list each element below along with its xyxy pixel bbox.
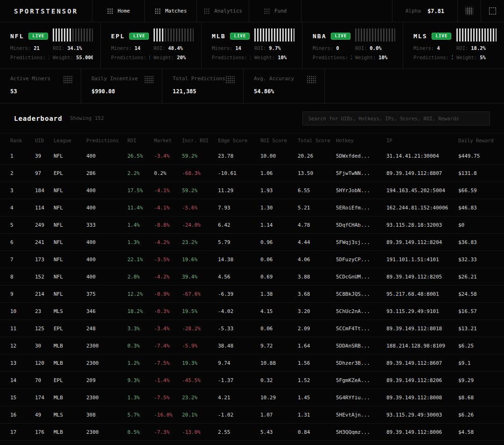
cell-daily-reward: $46.83 bbox=[458, 205, 504, 211]
roi-label: ROI: bbox=[53, 45, 64, 51]
cell-uid: 173 bbox=[35, 257, 54, 263]
cell-rank: 6 bbox=[10, 239, 35, 245]
grid-icon bbox=[465, 7, 473, 15]
cell-ip: 89.39.149.112:8018 bbox=[386, 326, 458, 332]
cell-league: MLB bbox=[54, 360, 86, 366]
table-row[interactable]: 7173NFL40022.1%-3.5%19.6%14.380.064.065D… bbox=[0, 251, 504, 268]
table-row[interactable]: 13120MLB23001.2%-7.5%19.3%9.7410.881.565… bbox=[0, 355, 504, 372]
cell-total-score: 0.84 bbox=[298, 429, 336, 435]
live-badge: LIVE bbox=[28, 33, 48, 40]
cell-market: -3.5% bbox=[154, 257, 182, 263]
weight-meter bbox=[355, 28, 395, 42]
roi-value: 18.2% bbox=[471, 45, 486, 51]
cell-uid: 184 bbox=[35, 188, 54, 194]
cell-ip: 194.163.45.202:5004 bbox=[386, 188, 458, 194]
cell-hotkey: 5H3QQqmz... bbox=[336, 429, 386, 435]
cell-hotkey: 5CDcGnUM... bbox=[336, 274, 386, 280]
weight-label: Weight: bbox=[355, 55, 376, 60]
cell-predictions: 400 bbox=[86, 257, 127, 263]
cell-hotkey: 5DDAnSRB... bbox=[336, 343, 386, 349]
top-nav: SPORTSTENSOR Home Matches Analytics Fund… bbox=[0, 0, 504, 22]
cell-roi-score: 5.43 bbox=[260, 429, 298, 435]
col-market: Market bbox=[154, 138, 182, 143]
cell-incr-roi: -68.3% bbox=[182, 170, 218, 176]
cell-uid: 49 bbox=[35, 412, 54, 418]
cell-league: NFL bbox=[54, 188, 86, 194]
search-input[interactable] bbox=[302, 111, 490, 125]
cell-roi: 3.3% bbox=[127, 326, 154, 332]
cell-ip: 89.39.149.112:8204 bbox=[386, 239, 458, 245]
col-rank: Rank bbox=[10, 138, 35, 143]
cell-roi: 17.5% bbox=[127, 188, 154, 194]
table-row[interactable]: 15174MLB23001.3%-7.5%23.2%4.2110.291.455… bbox=[0, 389, 504, 406]
nav-item-home[interactable]: Home bbox=[92, 0, 145, 22]
cell-rank: 7 bbox=[10, 257, 35, 263]
cell-league: NFL bbox=[54, 222, 86, 228]
cell-edge-score: -1.02 bbox=[218, 412, 260, 418]
predictions-value: 238 bbox=[351, 55, 351, 60]
cell-roi-score: 10.29 bbox=[260, 395, 298, 401]
cell-uid: 214 bbox=[35, 291, 54, 297]
table-row[interactable]: 5249NFL3331.4%-8.8%-24.0%6.421.144.785Dq… bbox=[0, 216, 504, 234]
nav-item-label: Matches bbox=[165, 8, 187, 14]
nav-item-fund[interactable]: Fund bbox=[249, 0, 301, 22]
cell-daily-reward: $26.21 bbox=[458, 274, 504, 280]
table-row[interactable]: 11125EPL2483.3%-3.4%-28.2%-5.330.062.095… bbox=[0, 320, 504, 337]
col-league: League bbox=[54, 138, 86, 143]
cell-total-score: 1.52 bbox=[298, 377, 336, 383]
table-row[interactable]: 139NFL40026.5%-3.4%59.2%23.7810.0020.265… bbox=[0, 147, 504, 165]
cell-hotkey: 5FWqj3sj... bbox=[336, 239, 386, 245]
cell-market: -4.1% bbox=[154, 205, 182, 211]
table-row[interactable]: 6241NFL4001.3%-4.2%23.2%5.790.964.445FWq… bbox=[0, 234, 504, 251]
nav-item-matches[interactable]: Matches bbox=[145, 0, 197, 22]
cell-total-score: 2.09 bbox=[298, 326, 336, 332]
fullscreen-button[interactable] bbox=[481, 0, 504, 22]
nav-item-analytics[interactable]: Analytics bbox=[197, 0, 249, 22]
cell-edge-score: 5.79 bbox=[218, 239, 260, 245]
cell-market: -4.1% bbox=[154, 188, 182, 194]
cell-daily-reward: $9.1 bbox=[458, 360, 504, 366]
cell-uid: 23 bbox=[35, 308, 54, 314]
col-daily-reward: Daily Reward bbox=[458, 138, 504, 143]
table-row[interactable]: 9214NFL37512.2%-0.9%-67.6%-6.391.383.685… bbox=[0, 285, 504, 303]
cell-roi: 11.4% bbox=[127, 205, 154, 211]
table-row[interactable]: 4114NFL40011.4%-4.1%-5.6%7.931.305.215ER… bbox=[0, 199, 504, 216]
grid-menu-button[interactable] bbox=[457, 0, 481, 22]
table-row[interactable]: 1470EPL2099.3%-1.4%-45.5%-1.370.321.525F… bbox=[0, 372, 504, 389]
cell-uid: 152 bbox=[35, 274, 54, 280]
cell-predictions: 333 bbox=[86, 222, 127, 228]
cell-roi: 12.2% bbox=[127, 291, 154, 297]
table-row[interactable]: 1023MLS34618.2%-0.3%19.5%-4.024.153.205C… bbox=[0, 303, 504, 320]
cell-league: MLB bbox=[54, 429, 86, 435]
cell-daily-reward: $16.57 bbox=[458, 308, 504, 314]
table-row[interactable]: 3184NFL40017.5%-4.1%59.2%11.291.936.555H… bbox=[0, 182, 504, 199]
league-card-epl: EPL LIVE Miners:14 ROI:48.4% Predictions… bbox=[101, 22, 202, 69]
cell-rank: 2 bbox=[10, 170, 35, 176]
cell-roi: 1.4% bbox=[127, 222, 154, 228]
stat-label: Total Predictions bbox=[173, 76, 225, 82]
league-card-mlb: MLB LIVE Miners:14 ROI:9.7% Predictions:… bbox=[202, 22, 302, 69]
table-row[interactable]: 1649MLS3085.7%-16.0%20.1%-1.021.071.315H… bbox=[0, 406, 504, 424]
table-row[interactable]: 8152NFL4002.8%-4.2%39.4%4.560.693.885CDc… bbox=[0, 268, 504, 285]
matches-icon bbox=[154, 8, 161, 14]
cell-ip: 89.39.149.112:8205 bbox=[386, 274, 458, 280]
weight-meter-fill bbox=[254, 28, 294, 42]
cell-incr-roi: -5.9% bbox=[182, 343, 218, 349]
cell-edge-score: -5.33 bbox=[218, 326, 260, 332]
table-row[interactable]: 17176MLB23000.5%-7.3%-13.0%2.555.430.845… bbox=[0, 424, 504, 441]
cell-league: EPL bbox=[54, 326, 86, 332]
cell-roi: 18.2% bbox=[127, 308, 154, 314]
cell-incr-roi: 23.2% bbox=[182, 395, 218, 401]
league-card-nfl: NFL LIVE Miners:21 ROI:34.1% Predictions… bbox=[0, 22, 101, 69]
cell-hotkey: 5ChUc2nA... bbox=[336, 308, 386, 314]
cell-rank: 3 bbox=[10, 188, 35, 194]
cell-incr-roi: -24.0% bbox=[182, 222, 218, 228]
table-row[interactable]: 1230MLB23000.3%-7.4%-5.9%38.489.721.645D… bbox=[0, 337, 504, 355]
league-name: MLS bbox=[413, 33, 427, 40]
cell-market: -4.2% bbox=[154, 274, 182, 280]
cell-roi: 22.1% bbox=[127, 257, 154, 263]
table-row[interactable]: 297EPL2862.2%0.2%-68.3%-10.611.0613.505F… bbox=[0, 165, 504, 182]
cell-market: -3.4% bbox=[154, 153, 182, 159]
cell-uid: 70 bbox=[35, 377, 54, 383]
cell-edge-score: -10.61 bbox=[218, 170, 260, 176]
